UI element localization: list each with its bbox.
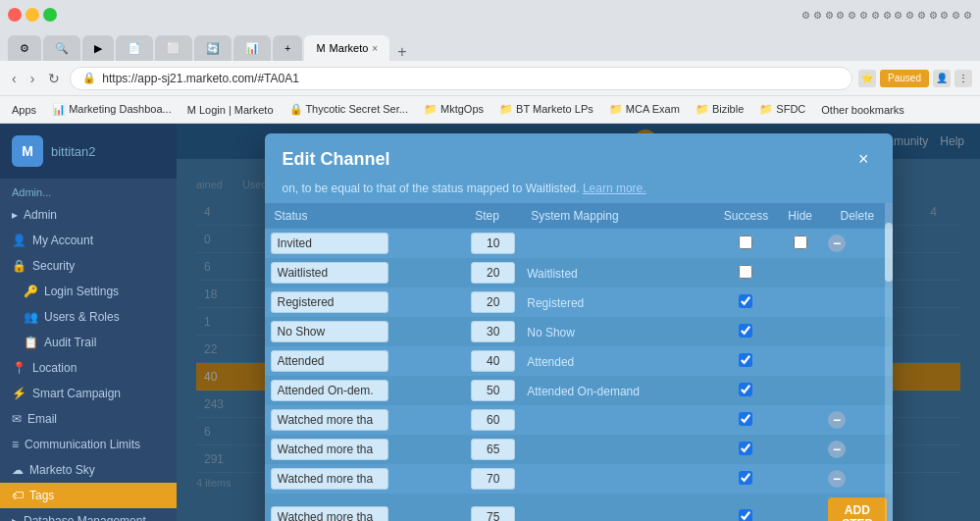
status-input[interactable]: [271, 439, 388, 460]
status-input[interactable]: [271, 321, 388, 342]
step-input[interactable]: [471, 350, 515, 372]
delete-row-button[interactable]: −: [828, 470, 846, 488]
maximize-window-button[interactable]: [43, 8, 57, 22]
delete-row-button[interactable]: −: [828, 234, 846, 252]
success-checkbox[interactable]: [739, 294, 752, 308]
sidebar-item-marketo-sky[interactable]: ☁ Marketo Sky: [0, 457, 177, 483]
status-input[interactable]: [271, 380, 388, 401]
step-cell: [465, 464, 521, 494]
scrollbar-thumb[interactable]: [885, 223, 893, 282]
more-options-icon[interactable]: ⋮: [954, 70, 972, 87]
step-input[interactable]: [471, 321, 515, 342]
add-step-button[interactable]: ADD STEP: [828, 497, 886, 521]
back-button[interactable]: ‹: [8, 69, 21, 88]
bookmark-mca-exam[interactable]: 📁 MCA Exam: [605, 101, 684, 118]
bookmark-bt-marketo[interactable]: 📁 BT Marketo LPs: [495, 101, 597, 118]
browser-tab-7[interactable]: 📊: [233, 35, 271, 61]
success-checkbox[interactable]: [739, 471, 752, 485]
admin-chevron-icon: ▸: [12, 208, 18, 222]
active-tab[interactable]: M Marketo ×: [304, 35, 389, 61]
status-input[interactable]: [271, 291, 388, 313]
new-tab-button[interactable]: +: [391, 43, 412, 61]
bookmark-sfdc[interactable]: 📁 SFDC: [755, 101, 809, 118]
mapping-cell: Attended On-demand: [521, 376, 714, 405]
sidebar-item-tags[interactable]: 🏷 Tags: [0, 483, 177, 508]
tab-close-button[interactable]: ×: [372, 43, 378, 54]
step-input[interactable]: [471, 291, 515, 313]
browser-tab-5[interactable]: ⬜: [155, 35, 192, 61]
step-input[interactable]: [471, 439, 515, 460]
marketo-sky-icon: ☁: [12, 463, 24, 477]
delete-row-button[interactable]: −: [828, 441, 846, 458]
hide-checkbox[interactable]: [794, 235, 807, 249]
bookmark-login-marketo[interactable]: M Login | Marketo: [183, 102, 278, 118]
delete-row-button[interactable]: −: [828, 411, 846, 429]
reload-button[interactable]: ↻: [44, 69, 64, 88]
step-input[interactable]: [471, 506, 515, 521]
browser-tab-1[interactable]: ⚙: [8, 35, 41, 61]
browser-tab-6[interactable]: 🔄: [194, 35, 232, 61]
bookmark-marketing[interactable]: 📊 Marketing Dashboa...: [48, 101, 176, 118]
step-input[interactable]: [471, 380, 515, 401]
table-row: Waitlisted: [265, 258, 893, 287]
modal-header: Edit Channel ×: [265, 133, 893, 182]
success-checkbox[interactable]: [739, 324, 752, 338]
success-checkbox[interactable]: [739, 412, 752, 426]
browser-tab-3[interactable]: ▶: [82, 35, 114, 61]
tab-favicon: M: [316, 42, 325, 54]
sidebar-item-email[interactable]: ✉ Email: [0, 406, 177, 432]
success-checkbox[interactable]: [739, 383, 752, 396]
status-input[interactable]: [271, 262, 388, 284]
status-input[interactable]: [271, 506, 388, 521]
sidebar-item-my-account[interactable]: 👤 My Account: [0, 228, 177, 253]
security-icon: 🔒: [12, 259, 26, 273]
sidebar-item-admin[interactable]: ▸ Admin: [0, 202, 177, 228]
success-checkbox[interactable]: [739, 442, 752, 455]
status-input[interactable]: [271, 468, 388, 490]
status-input[interactable]: [271, 233, 388, 254]
paused-badge[interactable]: Paused: [880, 70, 929, 87]
sidebar-item-login-settings[interactable]: 🔑 Login Settings: [0, 279, 177, 304]
step-input[interactable]: [471, 468, 515, 490]
mapping-cell: Waitlisted: [521, 258, 714, 287]
status-input[interactable]: [271, 409, 388, 431]
url-bar[interactable]: 🔒 https://app-sj21.marketo.com/#TA0A1: [70, 67, 852, 90]
sidebar-item-location[interactable]: 📍 Location: [0, 355, 177, 381]
bookmark-apps[interactable]: Apps: [8, 102, 40, 118]
success-checkbox[interactable]: [739, 265, 752, 279]
email-icon: ✉: [12, 412, 22, 426]
sidebar-item-comm-limits[interactable]: ≡ Communication Limits: [0, 432, 177, 457]
step-input[interactable]: [471, 262, 515, 284]
browser-tab-2[interactable]: 🔍: [43, 35, 80, 61]
bookmark-bizible[interactable]: 📁 Bizible: [692, 101, 748, 118]
delete-cell: −: [822, 464, 892, 494]
step-input[interactable]: [471, 409, 515, 431]
success-checkbox[interactable]: [739, 235, 752, 249]
status-input[interactable]: [271, 350, 388, 372]
table-scrollbar[interactable]: [885, 203, 893, 521]
sidebar-item-audit-trail[interactable]: 📋 Audit Trail: [0, 330, 177, 355]
bookmark-mktops[interactable]: 📁 MktgOps: [420, 101, 488, 118]
sidebar-item-users-roles[interactable]: 👥 Users & Roles: [0, 304, 177, 330]
forward-button[interactable]: ›: [26, 69, 39, 88]
my-account-icon: 👤: [12, 234, 26, 247]
browser-tab-4[interactable]: 📄: [116, 35, 153, 61]
success-checkbox[interactable]: [739, 353, 752, 367]
sidebar-item-security[interactable]: 🔒 Security: [0, 253, 177, 279]
close-window-button[interactable]: [8, 8, 22, 22]
sidebar-item-smart-campaign[interactable]: ⚡ Smart Campaign: [0, 381, 177, 406]
step-input[interactable]: [471, 233, 515, 254]
hide-cell: [778, 346, 822, 376]
modal-close-button[interactable]: ×: [852, 147, 875, 172]
learn-more-link[interactable]: Learn more.: [583, 182, 646, 195]
bookmark-icon[interactable]: ⭐: [858, 70, 876, 87]
minimize-window-button[interactable]: [26, 8, 39, 22]
bookmark-thycotic[interactable]: 🔒 Thycotic Secret Ser...: [285, 101, 412, 118]
status-cell: [265, 435, 466, 464]
sidebar-admin-label: Admin...: [0, 179, 177, 202]
profile-icon[interactable]: 👤: [933, 70, 951, 87]
browser-tab-8[interactable]: +: [273, 35, 302, 61]
bookmark-other[interactable]: Other bookmarks: [817, 102, 907, 118]
success-checkbox[interactable]: [739, 509, 752, 522]
sidebar-item-database-mgmt[interactable]: ▸ Database Management: [0, 508, 177, 521]
